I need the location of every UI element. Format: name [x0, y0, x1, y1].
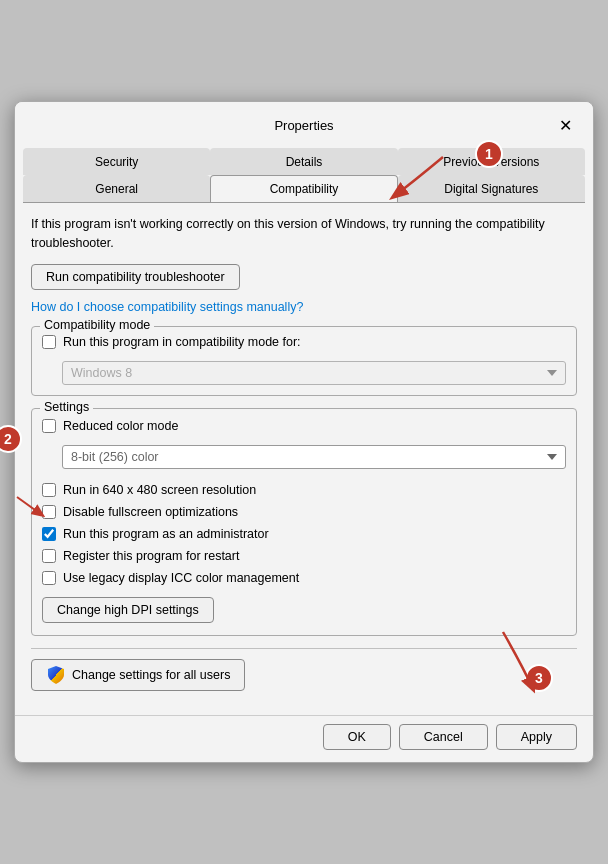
- run-troubleshooter-button[interactable]: Run compatibility troubleshooter: [31, 264, 240, 290]
- apply-button[interactable]: Apply: [496, 724, 577, 750]
- settings-group: Settings 2 Reduced color mode 8-bit (256…: [31, 408, 577, 636]
- run-as-admin-row: Run this program as an administrator: [42, 527, 566, 541]
- register-restart-checkbox[interactable]: [42, 549, 56, 563]
- how-to-link[interactable]: How do I choose compatibility settings m…: [31, 300, 577, 314]
- color-depth-dropdown[interactable]: 8-bit (256) color: [62, 445, 566, 469]
- use-legacy-label[interactable]: Use legacy display ICC color management: [63, 571, 299, 585]
- run-as-admin-label[interactable]: Run this program as an administrator: [63, 527, 269, 541]
- disable-fullscreen-label[interactable]: Disable fullscreen optimizations: [63, 505, 238, 519]
- compat-mode-row: Run this program in compatibility mode f…: [42, 335, 566, 349]
- run-640-label[interactable]: Run in 640 x 480 screen resolution: [63, 483, 256, 497]
- tab-details[interactable]: Details: [210, 148, 397, 175]
- compat-mode-dropdown[interactable]: Windows 8 Windows 7 Windows Vista Window…: [62, 361, 566, 385]
- description-text: If this program isn't working correctly …: [31, 215, 577, 253]
- ok-button[interactable]: OK: [323, 724, 391, 750]
- annotation-2: 2: [0, 425, 22, 453]
- tab-general[interactable]: General: [23, 175, 210, 202]
- use-legacy-checkbox[interactable]: [42, 571, 56, 585]
- dialog-title: Properties: [57, 118, 551, 133]
- close-button[interactable]: ✕: [551, 112, 579, 140]
- title-bar: Properties ✕: [15, 102, 593, 140]
- cancel-button[interactable]: Cancel: [399, 724, 488, 750]
- run-640-row: Run in 640 x 480 screen resolution: [42, 483, 566, 497]
- divider: [31, 648, 577, 649]
- run-640-checkbox[interactable]: [42, 483, 56, 497]
- change-dpi-button[interactable]: Change high DPI settings: [42, 597, 214, 623]
- shield-icon: [46, 665, 66, 685]
- disable-fullscreen-row: Disable fullscreen optimizations: [42, 505, 566, 519]
- compatibility-mode-group: Compatibility mode Run this program in c…: [31, 326, 577, 396]
- settings-group-label: Settings: [40, 400, 93, 414]
- compat-mode-checkbox-label[interactable]: Run this program in compatibility mode f…: [63, 335, 301, 349]
- tab-content: If this program isn't working correctly …: [15, 203, 593, 716]
- change-all-users-label: Change settings for all users: [72, 668, 230, 682]
- tab-security[interactable]: Security: [23, 148, 210, 175]
- register-restart-row: Register this program for restart: [42, 549, 566, 563]
- footer-buttons: 3 OK Cancel Apply: [15, 715, 593, 762]
- use-legacy-row: Use legacy display ICC color management: [42, 571, 566, 585]
- run-as-admin-checkbox[interactable]: [42, 527, 56, 541]
- compatibility-mode-label: Compatibility mode: [40, 318, 154, 332]
- properties-dialog: 1 Properties ✕ Security Details Previous…: [14, 101, 594, 764]
- tab-compatibility[interactable]: Compatibility: [210, 175, 397, 202]
- reduced-color-label[interactable]: Reduced color mode: [63, 419, 178, 433]
- reduced-color-checkbox[interactable]: [42, 419, 56, 433]
- disable-fullscreen-checkbox[interactable]: [42, 505, 56, 519]
- reduced-color-row: Reduced color mode: [42, 419, 566, 433]
- compat-mode-checkbox[interactable]: [42, 335, 56, 349]
- annotation-1: 1: [475, 140, 503, 168]
- change-all-users-button[interactable]: Change settings for all users: [31, 659, 245, 691]
- tab-digital-signatures[interactable]: Digital Signatures: [398, 175, 585, 202]
- register-restart-label[interactable]: Register this program for restart: [63, 549, 239, 563]
